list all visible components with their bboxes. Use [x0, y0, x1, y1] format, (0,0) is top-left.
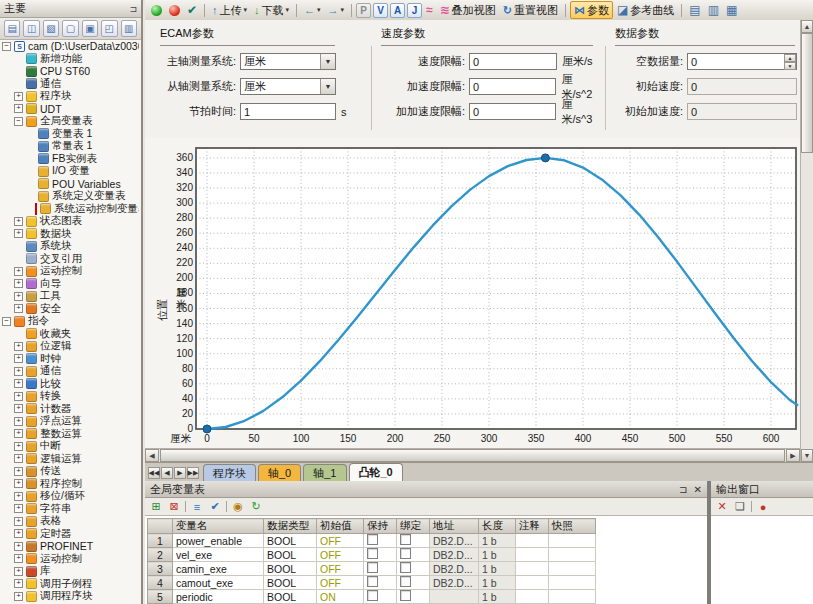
scrollbar-thumb[interactable] [160, 449, 785, 462]
parameters-button[interactable]: ⋈参数 [570, 1, 613, 19]
expander-icon[interactable]: − [2, 317, 11, 326]
table-row[interactable]: 4camout_exeBOOLOFFDB2.D...1 b [148, 576, 596, 590]
expander-icon[interactable]: + [14, 267, 23, 276]
expander-icon[interactable]: + [14, 492, 23, 501]
tab-0[interactable]: 程序块 [203, 464, 256, 481]
retain-cell[interactable] [364, 562, 397, 576]
expander-icon[interactable]: + [14, 229, 23, 238]
checkbox-icon[interactable] [367, 590, 378, 601]
expander-icon[interactable]: + [14, 379, 23, 388]
expander-icon[interactable]: + [14, 554, 23, 563]
tree-item[interactable]: 系统运动控制变量表 [0, 203, 139, 216]
scroll-left-icon[interactable]: ◀ [145, 449, 159, 462]
tree-item[interactable]: +浮点运算 [0, 415, 139, 428]
expander-icon[interactable]: + [14, 367, 23, 376]
tree-item[interactable]: +库 [0, 565, 139, 578]
expander-icon[interactable]: + [14, 542, 23, 551]
tree-item[interactable]: +PROFINET [0, 540, 139, 553]
bind-cell[interactable] [397, 534, 430, 548]
tree-item[interactable]: +数据块 [0, 228, 139, 241]
curve-a-toggle-button[interactable]: A [390, 3, 405, 18]
tree-item[interactable]: CPU ST60 [0, 65, 139, 78]
file-star-icon[interactable]: ▣ [82, 20, 98, 37]
bind-cell[interactable] [397, 548, 430, 562]
snapshot-cell[interactable] [549, 548, 596, 562]
tree-item[interactable]: +传送 [0, 465, 139, 478]
cycle-time-input[interactable]: 1 [240, 103, 336, 120]
cam-profile-chart[interactable]: 0501001502002503003504004505005506000204… [145, 138, 800, 448]
tree-item[interactable]: 变量表 1 [0, 128, 139, 141]
data-type-cell[interactable]: BOOL [264, 562, 317, 576]
tab-1[interactable]: 轴_0 [258, 464, 301, 481]
expander-icon[interactable]: + [14, 529, 23, 538]
initial-value-cell[interactable]: ON [317, 590, 364, 604]
horizontal-scrollbar[interactable]: ◀ ▶ [145, 448, 800, 462]
add-row-icon[interactable]: ⊞ [149, 500, 163, 513]
errors-icon[interactable]: ● [756, 500, 770, 513]
reset-view-button[interactable]: ↻重置视图 [500, 2, 561, 18]
forward-button[interactable]: →▾ [325, 2, 348, 18]
expander-icon[interactable]: − [14, 117, 23, 126]
scroll-up-icon[interactable]: ▲ [801, 20, 813, 33]
table-row[interactable]: 3camin_exeBOOLOFFDB2.D...1 b [148, 562, 596, 576]
tree-item[interactable]: +程序控制 [0, 478, 139, 491]
close-icon[interactable]: ✕ [694, 484, 702, 495]
comment-cell[interactable] [516, 548, 549, 562]
tree-item[interactable]: +转换 [0, 390, 139, 403]
curve-j-toggle-button[interactable]: J [407, 3, 422, 18]
snapshot-cell[interactable] [549, 576, 596, 590]
checkbox-icon[interactable] [367, 534, 378, 545]
run-button[interactable] [148, 2, 165, 18]
checkbox-icon[interactable] [367, 576, 378, 587]
tree-item[interactable]: I/O 变量 [0, 165, 139, 178]
expander-icon[interactable]: + [14, 354, 23, 363]
expander-icon[interactable]: + [14, 304, 23, 313]
tree-item[interactable]: 交叉引用 [0, 253, 139, 266]
var-name-cell[interactable]: vel_exe [173, 548, 264, 562]
vertical-scrollbar[interactable]: ▲ ▼ [800, 20, 813, 462]
tree-item[interactable]: 系统块 [0, 240, 139, 253]
last-tab-icon[interactable]: ▶▶ [187, 467, 199, 479]
tree-item[interactable]: +比较 [0, 378, 139, 391]
checkbox-icon[interactable] [367, 548, 378, 559]
tree-item[interactable]: +工具 [0, 290, 139, 303]
tree-item[interactable]: 通信 [0, 78, 139, 91]
tree-item[interactable]: +定时器 [0, 528, 139, 541]
data-type-cell[interactable]: BOOL [264, 534, 317, 548]
layout-horizontal-button[interactable]: ▤ [686, 2, 703, 18]
expander-icon[interactable]: + [14, 92, 23, 101]
tree-item[interactable]: +字符串 [0, 503, 139, 516]
expander-icon[interactable]: + [14, 217, 23, 226]
clear-output-icon[interactable]: ✕ [715, 500, 729, 513]
stop-button[interactable] [166, 2, 183, 18]
tree-item[interactable]: +时钟 [0, 353, 139, 366]
tree-item[interactable]: −Scam (D:\UserData\z0036kyp\On [0, 40, 139, 53]
expander-icon[interactable]: + [14, 579, 23, 588]
tree-item[interactable]: +移位/循环 [0, 490, 139, 503]
tree-item[interactable]: +调用程序块 [0, 590, 139, 603]
pin-icon[interactable]: ⊐ [129, 4, 137, 14]
upload-button[interactable]: ↑上传▾ [209, 2, 250, 18]
tree-item[interactable]: 收藏夹 [0, 328, 139, 341]
expander-icon[interactable]: + [14, 392, 23, 401]
new-file-icon[interactable]: ▢ [62, 20, 78, 37]
scroll-right-icon[interactable]: ▶ [786, 449, 800, 462]
tree-item[interactable]: −全局变量表 [0, 115, 139, 128]
next-tab-icon[interactable]: ▶ [174, 467, 186, 479]
tree-item[interactable]: 新增功能 [0, 53, 139, 66]
checkbox-icon[interactable] [400, 534, 411, 545]
tree-item[interactable]: +调用子例程 [0, 578, 139, 591]
data-type-cell[interactable]: BOOL [264, 576, 317, 590]
initial-value-cell[interactable]: OFF [317, 534, 364, 548]
tree-item[interactable]: +运动控制 [0, 553, 139, 566]
refresh-icon[interactable]: ↻ [249, 500, 263, 513]
var-name-cell[interactable]: periodic [173, 590, 264, 604]
tree-item[interactable]: +UDT [0, 103, 139, 116]
table-row[interactable]: 2vel_exeBOOLOFFDB2.D...1 b [148, 548, 596, 562]
expander-icon[interactable]: + [14, 429, 23, 438]
tree-item[interactable]: +位逻辑 [0, 340, 139, 353]
curves-button[interactable]: ≈ [423, 2, 436, 18]
delete-row-icon[interactable]: ⊠ [167, 500, 181, 513]
snapshot-cell[interactable] [549, 534, 596, 548]
layout-vertical-button[interactable]: ▥ [705, 2, 722, 18]
